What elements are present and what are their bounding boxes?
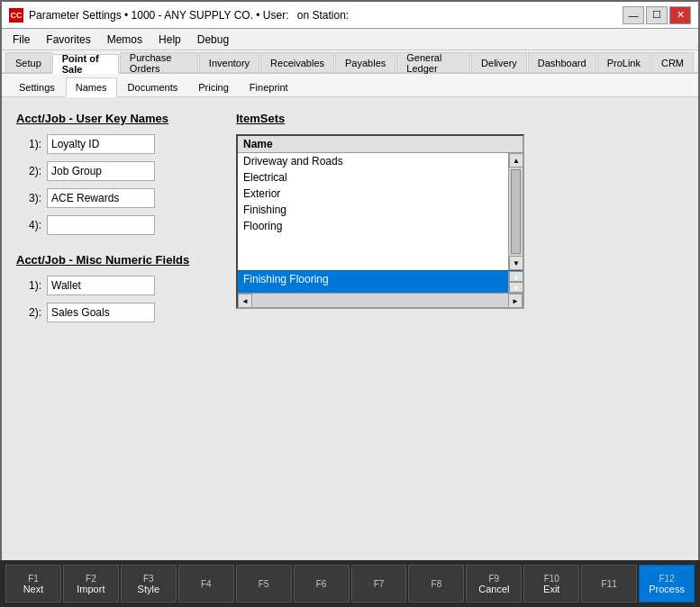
tab-inventory[interactable]: Inventory	[199, 52, 259, 72]
misc-field-row-2: 2):	[16, 303, 214, 322]
tab-receivables[interactable]: Receivables	[260, 52, 334, 72]
f6-key[interactable]: F6	[294, 565, 350, 602]
tab-point-of-sale[interactable]: Point of Sale	[52, 54, 119, 74]
loyalty-id-input[interactable]	[47, 134, 155, 154]
tab-crm[interactable]: CRM	[651, 52, 694, 72]
combo-scroll-up[interactable]: ▲	[509, 271, 523, 282]
main-tab-bar: Setup Point of Sale Purchase Orders Inve…	[2, 50, 698, 74]
maximize-button[interactable]: ☐	[646, 6, 668, 24]
scroll-h-track[interactable]	[252, 294, 508, 307]
title-text: Parameter Settings • 1000 - ANY SUPPLY C…	[29, 9, 292, 22]
menu-bar: File Favorites Memos Help Debug	[2, 29, 698, 50]
window-controls[interactable]: — ☐ ✕	[623, 6, 691, 24]
list-item[interactable]: Flooring	[238, 218, 494, 234]
itemsets-listbox[interactable]: Name Driveway and Roads Electrical Exter…	[236, 134, 524, 309]
field-label-3: 3):	[16, 192, 41, 204]
f7-key[interactable]: F7	[351, 565, 407, 602]
scroll-down-button[interactable]: ▼	[509, 256, 523, 270]
tab-documents[interactable]: Documents	[118, 77, 188, 96]
tab-payables[interactable]: Payables	[335, 52, 395, 72]
scroll-thumb[interactable]	[511, 169, 521, 254]
selected-item-display: Finishing Flooring	[238, 271, 508, 293]
menu-help[interactable]: Help	[151, 29, 188, 50]
list-item[interactable]: Electrical	[238, 169, 494, 186]
menu-debug[interactable]: Debug	[190, 29, 236, 50]
left-column: Acct/Job - User Key Names 1): 2): 3): 4)…	[16, 112, 214, 330]
list-item[interactable]: Exterior	[238, 186, 494, 202]
app-icon: CC	[9, 8, 23, 23]
f11-key[interactable]: F11	[581, 565, 637, 602]
tab-fineprint[interactable]: Fineprint	[240, 77, 298, 96]
tab-dashboard[interactable]: Dashboard	[528, 52, 596, 72]
misc-field-label-1: 1):	[16, 279, 41, 292]
sub-tab-bar: Settings Names Documents Pricing Finepri…	[2, 74, 698, 97]
f10-key[interactable]: F10 Exit	[523, 565, 579, 602]
sales-goals-input[interactable]	[47, 303, 155, 322]
scroll-up-button[interactable]: ▲	[509, 153, 523, 168]
misc-field-row-1: 1):	[16, 276, 214, 295]
field-4-input[interactable]	[47, 215, 155, 235]
right-column: ItemSets Name Driveway and Roads Electri…	[236, 112, 684, 330]
misc-field-label-2: 2):	[16, 306, 41, 319]
itemsets-title: ItemSets	[236, 112, 684, 125]
tab-purchase-orders[interactable]: Purchase Orders	[120, 52, 198, 72]
tab-pricing[interactable]: Pricing	[188, 77, 239, 96]
list-item[interactable]: Driveway and Roads	[238, 153, 494, 169]
tab-setup[interactable]: Setup	[5, 52, 51, 72]
vertical-scrollbar[interactable]: ▲ ▼	[508, 153, 523, 270]
menu-file[interactable]: File	[5, 29, 37, 50]
field-row-4: 4):	[16, 215, 214, 235]
field-label-2: 2):	[16, 165, 41, 177]
misc-numeric-title: Acct/Job - Misc Numeric Fields	[16, 253, 214, 267]
combo-scrollbar[interactable]: ▲ ▼	[508, 271, 523, 293]
ace-rewards-input[interactable]	[47, 188, 155, 208]
field-row-3: 3):	[16, 188, 214, 208]
field-label-4: 4):	[16, 219, 41, 231]
title-bar: CC Parameter Settings • 1000 - ANY SUPPL…	[2, 2, 698, 29]
f3-key[interactable]: F3 Style	[121, 565, 177, 602]
f4-key[interactable]: F4	[178, 565, 234, 602]
job-group-input[interactable]	[47, 161, 155, 181]
tab-settings[interactable]: Settings	[9, 77, 65, 96]
tab-delivery[interactable]: Delivery	[471, 52, 527, 72]
list-item[interactable]: Finishing	[238, 202, 494, 218]
content-area: Acct/Job - User Key Names 1): 2): 3): 4)…	[2, 97, 698, 605]
f1-key[interactable]: F1 Next	[5, 565, 61, 602]
scroll-right-button[interactable]: ►	[508, 294, 523, 308]
field-row-1: 1):	[16, 134, 214, 154]
f5-key[interactable]: F5	[236, 565, 292, 602]
field-row-2: 2):	[16, 161, 214, 181]
tab-prolink[interactable]: ProLink	[597, 52, 650, 72]
tab-general-ledger[interactable]: General Ledger	[396, 52, 470, 72]
f12-key[interactable]: F12 Process	[639, 565, 695, 602]
listbox-items: Driveway and Roads Electrical Exterior F…	[238, 153, 494, 234]
acct-job-title: Acct/Job - User Key Names	[16, 112, 214, 125]
close-button[interactable]: ✕	[669, 6, 691, 24]
minimize-button[interactable]: —	[623, 6, 644, 24]
f9-key[interactable]: F9 Cancel	[466, 565, 522, 602]
combo-scroll-down[interactable]: ▼	[509, 282, 523, 293]
footer: F1 Next F2 Import F3 Style F4 F5 F6 F7 F…	[0, 560, 700, 607]
f2-key[interactable]: F2 Import	[63, 565, 119, 602]
horizontal-scrollbar[interactable]: ◄ ►	[238, 293, 523, 307]
scroll-left-button[interactable]: ◄	[238, 294, 252, 308]
station-text: on Station:	[297, 9, 349, 22]
menu-favorites[interactable]: Favorites	[39, 29, 97, 50]
f8-key[interactable]: F8	[408, 565, 464, 602]
menu-memos[interactable]: Memos	[100, 29, 150, 50]
tab-names[interactable]: Names	[66, 77, 117, 97]
wallet-input[interactable]	[47, 276, 155, 295]
listbox-header: Name	[238, 136, 523, 153]
field-label-1: 1):	[16, 138, 41, 150]
